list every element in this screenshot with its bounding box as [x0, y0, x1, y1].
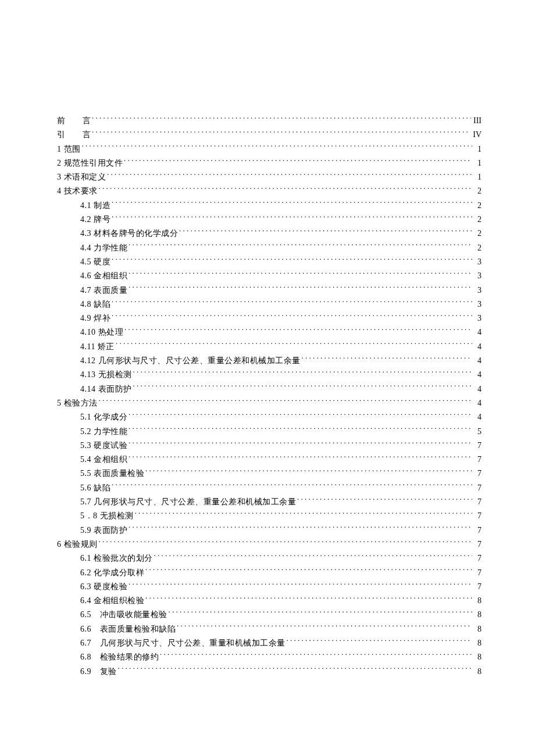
toc-leader-dots [92, 129, 470, 137]
toc-leader-dots [124, 327, 472, 335]
toc-entry: 6.2 化学成分取样7 [57, 566, 482, 580]
toc-leader-dots [154, 553, 473, 561]
toc-entry: 4.10 热处理4 [57, 325, 482, 339]
toc-entry: 4.14 表面防护4 [57, 382, 482, 396]
toc-page-number: 2 [473, 213, 482, 227]
toc-leader-dots [287, 637, 473, 646]
toc-label: 4.1 制造 [80, 199, 110, 213]
toc-entry: 2 规范性引用文件1 [57, 156, 482, 170]
toc-entry: 5.5 表面质量检验7 [57, 467, 482, 481]
toc-label: 5.4 金相组织 [80, 453, 127, 467]
toc-page-number: 4 [473, 410, 482, 424]
toc-entry: 6.4 金相组织检验8 [57, 594, 482, 608]
toc-entry: 5.7 几何形状与尺寸、尺寸公差、重量公差和机械加工余量7 [57, 495, 482, 509]
toc-leader-dots [129, 285, 472, 293]
toc-label: 4.11 矫正 [80, 340, 115, 354]
toc-entry: 6.5 冲击吸收能量检验8 [57, 608, 482, 622]
toc-page-number: 3 [473, 298, 482, 311]
toc-leader-dots [133, 384, 473, 392]
toc-leader-dots [302, 355, 473, 363]
toc-page-number: 4 [473, 354, 482, 368]
toc-entry: 6.3 硬度检验7 [57, 580, 482, 594]
toc-leader-dots [116, 341, 472, 349]
toc-entry: 4.5 硬度3 [57, 255, 482, 269]
toc-leader-dots [169, 609, 473, 617]
toc-leader-dots [179, 228, 472, 236]
toc-page-number: 2 [473, 241, 482, 255]
toc-entry: 4.2 牌号2 [57, 213, 482, 227]
toc-page-number: 3 [473, 311, 482, 325]
toc-leader-dots [82, 144, 473, 152]
toc-label: 4.14 表面防护 [80, 382, 132, 396]
toc-page-number: 1 [473, 156, 482, 170]
toc-page-number: 7 [473, 551, 482, 565]
toc-leader-dots [99, 539, 473, 547]
toc-page-number: III [472, 114, 482, 128]
toc-leader-dots [129, 525, 472, 533]
toc-label: 6.7 几何形状与尺寸、尺寸公差、重量和机械加工余量 [80, 636, 286, 650]
toc-page-number: 3 [473, 255, 482, 269]
toc-label: 5.3 硬度试验 [80, 439, 127, 453]
toc-label: 5.2 力学性能 [80, 425, 127, 439]
toc-page-number: 1 [473, 142, 482, 156]
toc-page-number: 8 [473, 622, 482, 636]
toc-entry: 5.6 缺陷7 [57, 481, 482, 495]
toc-entry: 5.2 力学性能5 [57, 425, 482, 439]
toc-leader-dots [177, 624, 472, 632]
toc-page-number: 4 [473, 382, 482, 396]
toc-label: 4.3 材料各牌号的化学成分 [80, 227, 178, 241]
toc-entry: 6.8 检验结果的修约8 [57, 650, 482, 664]
toc-leader-dots [129, 426, 472, 434]
toc-entry: 4.6 金相组织3 [57, 269, 482, 283]
toc-page-number: 4 [473, 396, 482, 410]
page: 前 言III引 言IV1 范围12 规范性引用文件13 术语和定义14 技术要求… [0, 0, 535, 756]
toc-page-number: 4 [473, 340, 482, 354]
toc-entry: 4.7 表面质量3 [57, 284, 482, 298]
toc-leader-dots [99, 397, 473, 406]
toc-page-number: 8 [473, 608, 482, 622]
toc-leader-dots [129, 270, 472, 278]
toc-entry: 4.4 力学性能2 [57, 241, 482, 255]
toc-label: 前 言 [57, 114, 91, 128]
toc-entry: 5.1 化学成分4 [57, 410, 482, 424]
toc-leader-dots [112, 256, 472, 264]
toc-leader-dots [145, 595, 472, 603]
toc-leader-dots [297, 496, 472, 504]
toc-leader-dots [92, 115, 471, 123]
toc-label: 4.5 硬度 [80, 255, 110, 269]
toc-leader-dots [129, 440, 472, 448]
toc-leader-dots [129, 454, 472, 462]
toc-page-number: 5 [473, 425, 482, 439]
toc-entry: 4 技术要求2 [57, 184, 482, 198]
toc-page-number: 8 [473, 636, 482, 650]
toc-entry: 6.6 表面质量检验和缺陷8 [57, 622, 482, 636]
toc-label: 6.1 检验批次的划分 [80, 551, 153, 565]
toc-entry: 3 术语和定义1 [57, 170, 482, 184]
toc-page-number: 7 [473, 566, 482, 580]
toc-page-number: 2 [473, 199, 482, 213]
toc-entry: 6.1 检验批次的划分7 [57, 551, 482, 565]
toc-leader-dots [112, 214, 472, 222]
toc-page-number: 7 [473, 439, 482, 453]
toc-label: 5.5 表面质量检验 [80, 467, 144, 481]
toc-entry: 6.7 几何形状与尺寸、尺寸公差、重量和机械加工余量8 [57, 636, 482, 650]
toc-entry: 4.11 矫正4 [57, 340, 482, 354]
toc-entry: 6 检验规则7 [57, 538, 482, 551]
toc-label: 1 范围 [57, 142, 81, 156]
toc-leader-dots [129, 411, 472, 420]
toc-label: 4.9 焊补 [80, 311, 110, 325]
toc-page-number: 7 [473, 495, 482, 509]
toc-page-number: 4 [473, 325, 482, 339]
toc-page-number: 7 [473, 580, 482, 594]
toc-entry: 4.13 无损检测4 [57, 368, 482, 382]
toc-entry: 前 言III [57, 114, 482, 128]
toc-leader-dots [112, 299, 472, 307]
toc-entry: 5.3 硬度试验7 [57, 439, 482, 453]
toc-entry: 4.12 几何形状与尺寸、尺寸公差、重量公差和机械加工余量4 [57, 354, 482, 368]
toc-label: 6.8 检验结果的修约 [80, 650, 159, 664]
toc-page-number: 2 [473, 227, 482, 241]
toc-entry: 4.9 焊补3 [57, 311, 482, 325]
toc-page-number: 8 [473, 594, 482, 608]
toc-page-number: 7 [473, 509, 482, 523]
toc-page-number: 7 [473, 453, 482, 467]
